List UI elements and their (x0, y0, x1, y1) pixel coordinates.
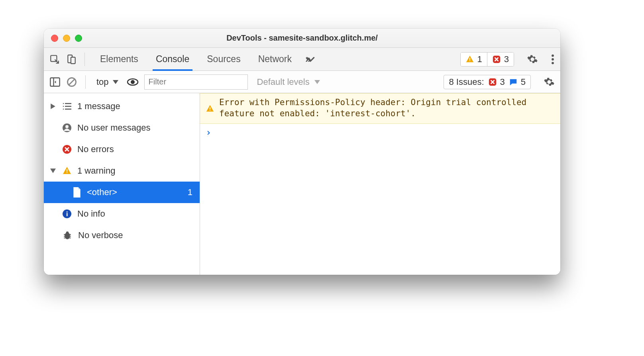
svg-rect-3 (469, 58, 470, 60)
console-sidebar: 1 message No user messages No errors (44, 93, 200, 275)
svg-rect-28 (67, 213, 68, 216)
context-label: top (96, 77, 109, 87)
more-options-icon[interactable] (551, 54, 555, 65)
svg-rect-25 (67, 169, 67, 172)
tab-elements-label: Elements (100, 54, 138, 65)
minimize-window-button[interactable] (63, 35, 70, 42)
zoom-window-button[interactable] (75, 35, 82, 42)
inspect-element-icon[interactable] (49, 54, 60, 65)
tab-network[interactable]: Network (255, 48, 295, 70)
sidebar-item-label: No errors (77, 144, 114, 155)
svg-line-12 (69, 79, 75, 85)
svg-point-14 (131, 80, 135, 84)
log-levels-dropdown[interactable]: Default levels (253, 75, 324, 89)
main-tabbar: Elements Console Sources Network » 1 (44, 48, 560, 71)
sidebar-item-errors[interactable]: No errors (44, 139, 200, 160)
prompt-chevron-icon: › (206, 127, 211, 138)
traffic-lights (51, 35, 82, 42)
warnings-count: 1 (477, 54, 482, 65)
context-selector[interactable]: top (94, 76, 121, 88)
sidebar-item-warnings[interactable]: 1 warning (44, 160, 200, 182)
separator (84, 53, 85, 66)
svg-rect-32 (210, 107, 210, 110)
bug-icon (62, 230, 73, 241)
sidebar-item-label: No info (77, 209, 105, 219)
message-icon (509, 78, 518, 86)
svg-rect-26 (67, 172, 67, 173)
close-window-button[interactable] (51, 35, 58, 42)
tab-console-label: Console (156, 54, 189, 65)
live-expression-icon[interactable] (127, 78, 139, 86)
toggle-sidebar-icon[interactable] (49, 77, 61, 87)
chevron-down-icon (113, 80, 118, 84)
caret-down-icon (49, 168, 57, 173)
more-tabs-icon[interactable]: » (305, 53, 311, 65)
error-icon (488, 78, 497, 86)
svg-point-6 (552, 54, 554, 57)
console-output: Error with Permissions-Policy header: Or… (200, 93, 560, 275)
sidebar-item-label: 1 warning (77, 166, 115, 176)
caret-right-icon (49, 104, 57, 109)
tab-console[interactable]: Console (153, 48, 192, 70)
filter-input[interactable] (144, 74, 248, 90)
window-title: DevTools - samesite-sandbox.glitch.me/ (44, 33, 560, 43)
svg-point-8 (552, 62, 554, 64)
tab-elements[interactable]: Elements (97, 48, 141, 70)
separator (85, 75, 86, 89)
svg-point-31 (66, 231, 69, 234)
sidebar-item-info[interactable]: No info (44, 203, 200, 225)
error-icon (62, 145, 72, 154)
svg-rect-29 (67, 211, 68, 213)
issues-button[interactable]: 8 Issues: 3 5 (444, 75, 531, 89)
svg-point-7 (552, 58, 554, 61)
warning-icon (465, 55, 474, 64)
svg-point-23 (65, 125, 69, 128)
issues-error-count: 3 (500, 77, 505, 87)
file-icon (73, 187, 81, 198)
tab-network-label: Network (258, 54, 292, 65)
sidebar-item-user-messages[interactable]: No user messages (44, 117, 200, 139)
info-icon (62, 209, 72, 219)
main-area: 1 message No user messages No errors (44, 93, 560, 275)
devtools-window: DevTools - samesite-sandbox.glitch.me/ E… (44, 29, 560, 275)
console-prompt[interactable]: › (200, 124, 560, 141)
svg-rect-2 (71, 57, 75, 63)
warning-icon (206, 98, 214, 119)
settings-icon[interactable] (527, 54, 538, 65)
sidebar-item-other[interactable]: <other> 1 (44, 182, 200, 203)
sidebar-item-count: 1 (188, 187, 192, 198)
device-toolbar-icon[interactable] (66, 54, 77, 65)
tab-sources[interactable]: Sources (204, 48, 243, 70)
console-message-warning[interactable]: Error with Permissions-Policy header: Or… (200, 93, 560, 124)
titlebar: DevTools - samesite-sandbox.glitch.me/ (44, 29, 560, 48)
user-icon (62, 123, 72, 133)
svg-rect-4 (469, 60, 470, 61)
issues-label: 8 Issues: (449, 77, 484, 87)
sidebar-item-label: <other> (87, 187, 117, 198)
console-settings-icon[interactable] (544, 76, 555, 88)
status-badges[interactable]: 1 3 (460, 52, 514, 67)
svg-rect-33 (210, 110, 210, 111)
tab-sources-label: Sources (207, 54, 240, 65)
warning-icon (62, 166, 72, 176)
sidebar-item-label: No user messages (77, 123, 150, 133)
sidebar-item-verbose[interactable]: No verbose (44, 225, 200, 246)
clear-console-icon[interactable] (66, 76, 77, 88)
list-icon (62, 102, 72, 110)
warnings-badge[interactable]: 1 (461, 53, 487, 66)
console-message-text: Error with Permissions-Policy header: Or… (219, 97, 555, 119)
console-toolbar: top Default levels 8 Issues: 3 (44, 71, 560, 93)
log-levels-label: Default levels (257, 77, 310, 87)
error-icon (492, 55, 501, 64)
sidebar-item-label: 1 message (77, 101, 120, 111)
errors-count: 3 (504, 54, 509, 65)
errors-badge[interactable]: 3 (487, 53, 514, 66)
issues-info-count: 5 (521, 77, 526, 87)
chevron-down-icon (314, 80, 320, 84)
sidebar-item-label: No verbose (78, 230, 123, 241)
sidebar-item-messages[interactable]: 1 message (44, 96, 200, 117)
